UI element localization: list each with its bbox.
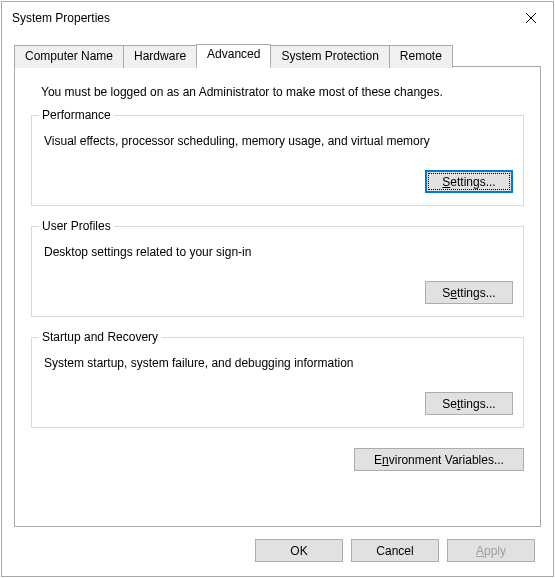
performance-button-row: Settings... bbox=[42, 170, 513, 193]
startup-desc: System startup, system failure, and debu… bbox=[42, 356, 513, 370]
startup-legend: Startup and Recovery bbox=[39, 330, 161, 344]
env-row: Environment Variables... bbox=[31, 448, 524, 471]
close-button[interactable] bbox=[508, 3, 553, 33]
tab-advanced[interactable]: Advanced bbox=[196, 44, 271, 67]
tab-system-protection[interactable]: System Protection bbox=[270, 45, 389, 68]
userprofiles-legend: User Profiles bbox=[39, 219, 114, 233]
userprofiles-button-row: Settings... bbox=[42, 281, 513, 304]
admin-message: You must be logged on as an Administrato… bbox=[41, 85, 524, 99]
window-title: System Properties bbox=[12, 11, 110, 25]
tab-computer-name[interactable]: Computer Name bbox=[14, 45, 124, 68]
startup-group: Startup and Recovery System startup, sys… bbox=[31, 337, 524, 428]
performance-desc: Visual effects, processor scheduling, me… bbox=[42, 134, 513, 148]
startup-settings-button[interactable]: Settings... bbox=[425, 392, 513, 415]
tab-hardware[interactable]: Hardware bbox=[123, 45, 197, 68]
performance-settings-button[interactable]: Settings... bbox=[425, 170, 513, 193]
apply-button: Apply bbox=[447, 539, 535, 562]
titlebar: System Properties bbox=[2, 2, 553, 34]
dialog-button-row: OK Cancel Apply bbox=[2, 527, 553, 576]
content-area: Computer Name Hardware Advanced System P… bbox=[2, 34, 553, 527]
close-icon bbox=[525, 12, 537, 24]
advanced-tabpanel: You must be logged on as an Administrato… bbox=[14, 66, 541, 527]
userprofiles-group: User Profiles Desktop settings related t… bbox=[31, 226, 524, 317]
tab-strip: Computer Name Hardware Advanced System P… bbox=[14, 44, 541, 67]
userprofiles-settings-button[interactable]: Settings... bbox=[425, 281, 513, 304]
system-properties-window: System Properties Computer Name Hardware… bbox=[1, 1, 554, 577]
ok-button[interactable]: OK bbox=[255, 539, 343, 562]
performance-legend: Performance bbox=[39, 108, 114, 122]
environment-variables-button[interactable]: Environment Variables... bbox=[354, 448, 524, 471]
userprofiles-desc: Desktop settings related to your sign-in bbox=[42, 245, 513, 259]
startup-button-row: Settings... bbox=[42, 392, 513, 415]
performance-group: Performance Visual effects, processor sc… bbox=[31, 115, 524, 206]
cancel-button[interactable]: Cancel bbox=[351, 539, 439, 562]
tab-remote[interactable]: Remote bbox=[389, 45, 453, 68]
